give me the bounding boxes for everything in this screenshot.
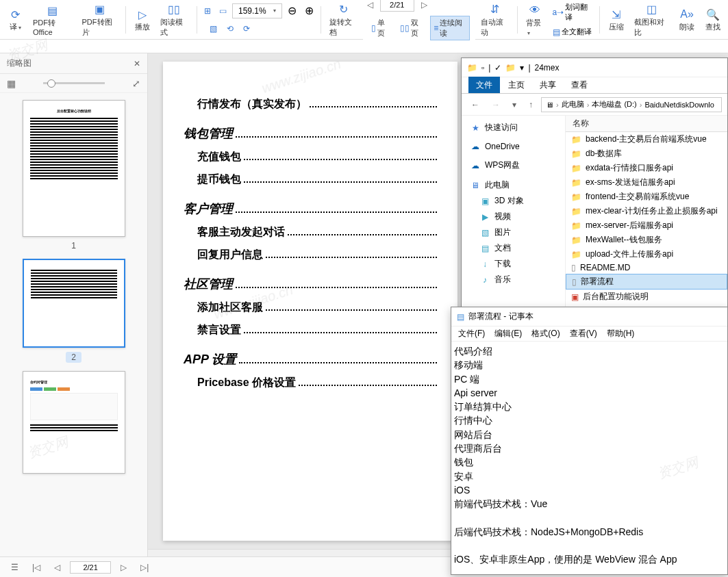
tree-quick-access[interactable]: ★快速访问 (464, 120, 562, 136)
back-button[interactable]: ← (467, 99, 484, 111)
scroll-icon: ⇵ (488, 2, 503, 17)
tree-video[interactable]: ▶视频 (464, 209, 562, 225)
tree-onedrive[interactable]: ☁OneDrive (464, 140, 562, 153)
sidebar-title: 缩略图 (7, 57, 32, 69)
list-column-name[interactable]: 名称 (566, 116, 727, 132)
next-page-button[interactable]: ▷ (116, 561, 131, 574)
folder-icon: 📁 (571, 207, 581, 216)
folder-item[interactable]: 📁backend-主交易后台前端系统vue (566, 132, 727, 146)
folder-item[interactable]: 📁ex-sms-发送短信服务api (566, 175, 727, 190)
crop-compare-button[interactable]: ◫ 截图和对比 (630, 0, 673, 40)
pdf-to-office-button[interactable]: ▤ PDF转Office (29, 0, 77, 39)
opt-b-button[interactable]: ⟲ (224, 23, 236, 35)
compress-button[interactable]: ⇲ 压缩 (604, 4, 629, 35)
first-page-button[interactable]: |◁ (28, 561, 45, 574)
compress-label: 压缩 (609, 22, 624, 32)
tree-wps[interactable]: ☁WPS网盘 (464, 157, 562, 173)
auto-scroll-button[interactable]: ⇵ 自动滚动 (477, 0, 513, 40)
continuous-button[interactable]: ≡连续阅读 (430, 16, 470, 40)
notepad-titlebar[interactable]: ▤ 部署流程 - 记事本 (451, 307, 727, 326)
file-config[interactable]: ▣后台配置功能说明 (566, 290, 727, 304)
full-translate-button[interactable]: ▤全文翻译 (550, 25, 595, 38)
rotate-doc-icon: ↻ (336, 2, 351, 17)
doc-heading: 行情发布（真实发布） (197, 97, 437, 112)
fit-page-button[interactable]: ▭ (216, 5, 229, 17)
thumb-size-slider[interactable] (43, 82, 105, 84)
page-number-input[interactable] (380, 0, 414, 12)
file-deploy[interactable]: ▯部署流程 (566, 274, 727, 290)
folder-item[interactable]: 📁exdata-行情接口服务api (566, 161, 727, 175)
menu-edit[interactable]: 编辑(E) (494, 328, 522, 339)
address-bar[interactable]: 🖥 › 此电脑 › 本地磁盘 (D:) › BaiduNetdiskDownlo (541, 97, 722, 112)
explorer-titlebar[interactable]: 📁 ▫|✓📁▾| 24mex (462, 58, 727, 77)
next-page-button[interactable]: ▷ (417, 0, 431, 11)
notepad-icon: ▤ (457, 312, 464, 322)
thumb-grid-icon[interactable]: ▦ (7, 78, 16, 89)
opt-c-button[interactable]: ⟳ (240, 23, 253, 35)
doc-heading: 客户管理 (184, 201, 437, 217)
folder-item[interactable]: 📁MexWallet--钱包服务 (566, 233, 727, 247)
menu-file[interactable]: 文件(F) (458, 328, 485, 339)
opt-a-button[interactable]: ▧ (207, 23, 220, 35)
background-button[interactable]: 👁 背景▾ (522, 0, 548, 39)
file-readme[interactable]: ▯README.MD (566, 261, 727, 274)
read-mode-button[interactable]: ▯▯ 阅读模式 (156, 0, 192, 40)
folder-item[interactable]: 📁db-数据库 (566, 146, 727, 161)
pdf-image-label: PDF转图片 (82, 17, 117, 38)
thumbnail-page-1[interactable]: 后台配置核心功能说明 1 (23, 100, 125, 251)
last-page-button[interactable]: ▷| (136, 561, 153, 574)
menu-format[interactable]: 格式(O) (531, 328, 560, 339)
folder-item[interactable]: 📁frontend-主交易前端系统vue (566, 190, 727, 204)
main-toolbar: ⟳ 译▾ ▤ PDF转Office ▣ PDF转图片 ▷ 播放 ▯▯ 阅读模式 … (0, 0, 728, 40)
folder-icon: 📁 (571, 221, 581, 231)
fit-width-button[interactable]: ⊞ (201, 5, 214, 17)
find-button[interactable]: 🔍 查找 (701, 4, 725, 35)
tree-music[interactable]: ♪音乐 (464, 272, 562, 287)
single-page-button[interactable]: ▯单页 (368, 16, 393, 40)
crop-compare-label: 截图和对比 (634, 17, 669, 38)
menu-help[interactable]: 帮助(H) (607, 328, 635, 339)
thumb-expand-icon[interactable]: ⤢ (132, 78, 140, 89)
menu-icon[interactable]: ☰ (7, 561, 23, 574)
forward-button[interactable]: → (488, 99, 504, 111)
prev-page-button[interactable]: ◁ (363, 0, 377, 11)
zoom-out-button[interactable]: ⊖ (285, 3, 299, 18)
folder-item[interactable]: 📁mex-clear-计划任务止盈止损服务api (566, 204, 727, 218)
explorer-file-list[interactable]: 名称 📁backend-主交易后台前端系统vue📁db-数据库📁exdata-行… (566, 116, 727, 307)
word-translate-button[interactable]: a➝划词翻译 (550, 1, 595, 24)
page-input[interactable] (70, 561, 111, 574)
play-button[interactable]: ▷ 播放 (130, 4, 155, 35)
folder-icon: 📁 (571, 149, 581, 159)
tab-home[interactable]: 主页 (501, 77, 531, 93)
notepad-content[interactable]: 代码介绍 移动端 PC 端 Api server 订单结算中心 行情中心 网站后… (451, 342, 727, 574)
folder-item[interactable]: 📁upload-文件上传服务api (566, 247, 727, 261)
zoom-in-button[interactable]: ⊕ (302, 3, 316, 18)
thumbnail-page-3[interactable]: 合约对管理 (23, 371, 125, 474)
read-aloud-button[interactable]: A» 朗读 (675, 4, 699, 35)
double-page-button[interactable]: ▯▯双页 (397, 16, 426, 40)
prev-page-button[interactable]: ◁ (50, 561, 64, 574)
tab-file[interactable]: 文件 (468, 77, 500, 93)
tree-downloads[interactable]: ↓下载 (464, 256, 562, 272)
tree-pictures[interactable]: ▧图片 (464, 225, 562, 240)
tree-thispc[interactable]: 🖥此电脑 (464, 177, 562, 193)
close-sidebar-button[interactable]: ✕ (134, 59, 140, 68)
dropdown-button[interactable]: ⟳ 译▾ (3, 4, 27, 35)
up-button[interactable]: ↑ (525, 99, 537, 111)
zoom-input[interactable]: 159.1%▾ (232, 3, 282, 18)
file-explorer-window: 📁 ▫|✓📁▾| 24mex 文件 主页 共享 查看 ← → ▾ ↑ 🖥 › 此… (461, 57, 728, 307)
read-aloud-label: 朗读 (679, 22, 694, 32)
pdf-to-image-button[interactable]: ▣ PDF转图片 (78, 0, 121, 40)
tree-docs[interactable]: ▤文档 (464, 240, 562, 256)
folder-item[interactable]: 📁mex-server-后端服务api (566, 218, 727, 233)
folder-icon: 📁 (571, 164, 581, 173)
menu-view[interactable]: 查看(V) (570, 328, 597, 339)
tab-share[interactable]: 共享 (533, 77, 563, 93)
history-button[interactable]: ▾ (508, 99, 520, 111)
tree-3d[interactable]: ▣3D 对象 (464, 193, 562, 209)
thumbnail-page-2[interactable]: 2 (23, 259, 125, 363)
thumb-label: 2 (66, 352, 81, 363)
tab-view[interactable]: 查看 (564, 77, 594, 93)
rotate-button[interactable]: ↻ 旋转文档 (325, 0, 362, 40)
explorer-tree[interactable]: ★快速访问 ☁OneDrive ☁WPS网盘 🖥此电脑 ▣3D 对象 ▶视频 ▧… (462, 116, 566, 307)
